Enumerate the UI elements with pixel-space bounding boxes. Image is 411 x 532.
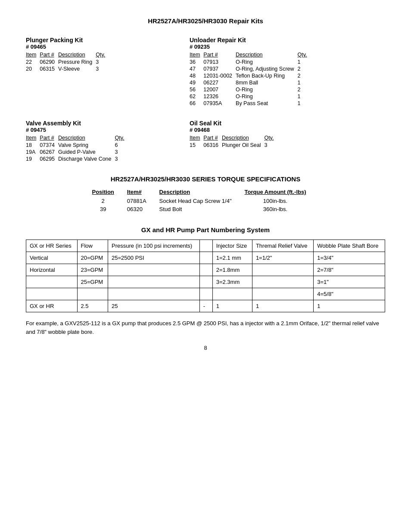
gx-col-injector: Injector Size	[212, 240, 252, 252]
oil-col-part: Part #	[203, 135, 222, 142]
unloader-col-part: Part #	[203, 52, 236, 59]
unloader-col-item: Item	[190, 52, 203, 59]
valve-col-desc: Description	[58, 135, 115, 142]
table-row: 3607913O-Ring1	[190, 59, 311, 65]
unloader-kit-table: Item Part # Description Qty. 3607913O-Ri…	[190, 52, 311, 107]
table-row: 207881ASocket Head Cap Screw 1/4"100in-l…	[92, 197, 319, 205]
valve-kit-title: Valve Assembly Kit	[26, 120, 172, 127]
table-row: 4707937O-Ring, Adjusting Screw2	[190, 65, 311, 72]
plunger-kit-number: # 09465	[26, 44, 172, 50]
valve-col-qty: Qty.	[115, 135, 128, 142]
plunger-kit-title: Plunger Packing Kit	[26, 37, 172, 44]
gx-table: GX or HR Series Flow Pressure (in 100 ps…	[26, 240, 385, 312]
gx-col-thermal: Thremal Relief Valve	[252, 240, 313, 252]
page-number: 8	[26, 345, 385, 351]
plunger-kit-table: Item Part # Description Qty. 2206290Pres…	[26, 52, 109, 72]
table-row: 25=GPM3=2.3mm3=1"	[26, 276, 385, 288]
oil-seal-kit-title: Oil Seal Kit	[190, 120, 277, 127]
valve-col-part: Part #	[40, 135, 58, 142]
table-row: 2206290Pressure Ring3	[26, 59, 109, 65]
oil-seal-kit-table: Item Part # Description Qty. 1506316Plun…	[190, 135, 277, 149]
oil-seal-kit-block: Oil Seal Kit # 09468 Item Part # Descrip…	[190, 120, 277, 162]
table-row: 1506316Plunger Oil Seal3	[190, 142, 277, 149]
torque-col-position: Position	[92, 189, 127, 197]
table-row: 4=5/8"	[26, 288, 385, 300]
oil-col-qty: Qty.	[264, 135, 277, 142]
unloader-kit-number: # 09235	[190, 44, 311, 50]
gx-section: GX and HR Pump Part Numbering System GX …	[26, 226, 385, 336]
table-row: 3906320Stud Bolt360in-lbs.	[92, 205, 319, 213]
gx-title: GX and HR Pump Part Numbering System	[26, 226, 385, 233]
table-row: GX or HR2.525-111	[26, 300, 385, 312]
oil-seal-kit-number: # 09468	[190, 127, 277, 133]
page-title: HR2527A/HR3025/HR3030 Repair Kits	[26, 17, 385, 25]
torque-title: HR2527A/HR3025/HR3030 SERIES TORQUE SPEC…	[26, 175, 385, 183]
gx-col-wobble: Wobble Plate Shaft Bore	[314, 240, 385, 252]
gx-col-pressure: Pressure (in 100 psi increments)	[108, 240, 200, 252]
valve-kit-block: Valve Assembly Kit # 09475 Item Part # D…	[26, 120, 172, 162]
gx-col-series: GX or HR Series	[26, 240, 78, 252]
table-row: 1807374Valve Spring6	[26, 142, 128, 149]
table-row: 5612007O-Ring2	[190, 86, 311, 93]
valve-col-item: Item	[26, 135, 40, 142]
table-row: 6607935ABy Pass Seat1	[190, 100, 311, 107]
plunger-kit-block: Plunger Packing Kit # 09465 Item Part # …	[26, 37, 172, 107]
valve-kit-table: Item Part # Description Qty. 1807374Valv…	[26, 135, 128, 162]
plunger-col-item: Item	[26, 52, 40, 59]
unloader-kit-block: Unloader Repair Kit # 09235 Item Part # …	[190, 37, 311, 107]
plunger-col-part: Part #	[40, 52, 58, 59]
plunger-col-qty: Qty.	[96, 52, 109, 59]
table-row: 19A06267Guided P-Valve3	[26, 149, 128, 156]
gx-col-blank	[199, 240, 212, 252]
torque-table: Position Item# Description Torque Amount…	[92, 189, 319, 213]
torque-section: HR2527A/HR3025/HR3030 SERIES TORQUE SPEC…	[26, 175, 385, 213]
torque-col-desc: Description	[159, 189, 245, 197]
table-row: Horizontal23=GPM2=1.8mm2=7/8"	[26, 264, 385, 276]
footnote: For example, a GXV2525-112 is a GX pump …	[26, 319, 385, 336]
table-row: 49062278mm Ball1	[190, 79, 311, 86]
oil-col-desc: Description	[222, 135, 264, 142]
unloader-kit-title: Unloader Repair Kit	[190, 37, 311, 44]
valve-kit-number: # 09475	[26, 127, 172, 133]
table-row: 4812031-0002Teflon Back-Up Ring2	[190, 72, 311, 79]
torque-col-amount: Torque Amount (ft.-lbs)	[245, 189, 319, 197]
plunger-col-desc: Description	[58, 52, 96, 59]
table-row: Vertical20=GPM25=2500 PSI1=2.1 mm1=1/2"1…	[26, 252, 385, 264]
oil-col-item: Item	[190, 135, 203, 142]
gx-col-flow: Flow	[77, 240, 108, 252]
table-row: 2006315V-Sleeve3	[26, 65, 109, 72]
unloader-col-qty: Qty.	[298, 52, 311, 59]
unloader-col-desc: Description	[236, 52, 297, 59]
torque-col-item: Item#	[127, 189, 159, 197]
table-row: 1906295Discharge Valve Cone3	[26, 156, 128, 162]
table-row: 6212326O-Ring1	[190, 93, 311, 100]
